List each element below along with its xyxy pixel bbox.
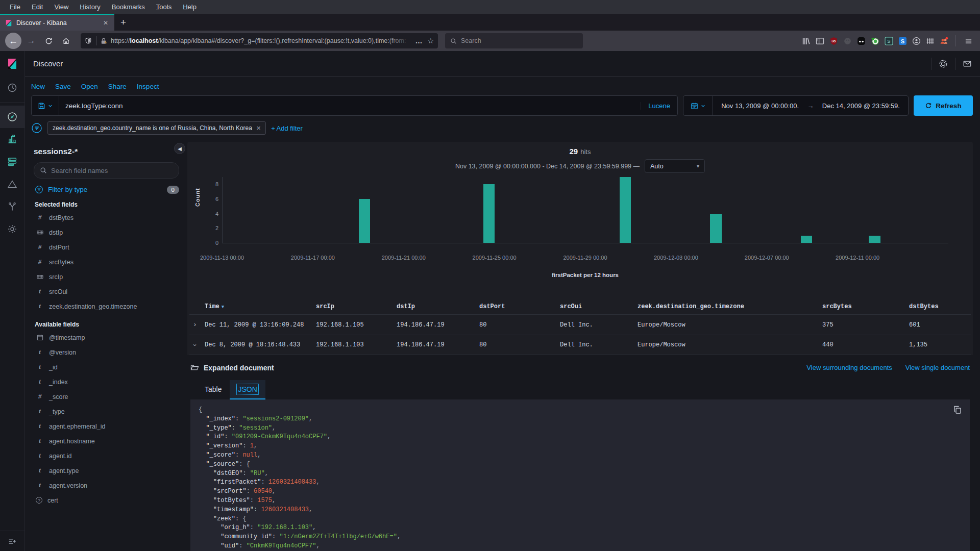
date-picker-menu-button[interactable] <box>683 96 713 115</box>
ublock-shield-icon[interactable]: UO <box>828 36 839 46</box>
expand-row-icon[interactable]: › <box>189 321 205 329</box>
column-header-dstIp[interactable]: dstIp <box>397 303 479 310</box>
field-item-agent.version[interactable]: tagent.version <box>34 478 179 493</box>
menu-tools[interactable]: Tools <box>152 2 176 12</box>
field-item-dstBytes[interactable]: #dstBytes <box>34 210 179 225</box>
mail-icon[interactable] <box>963 59 972 68</box>
filter-pill[interactable]: zeek.destination_geo.country_name is one… <box>47 121 266 135</box>
fence-icon[interactable] <box>925 36 935 46</box>
browser-tab[interactable]: Discover - Kibana ✕ <box>0 14 114 31</box>
histogram-bar[interactable] <box>620 177 631 243</box>
histogram-bar[interactable] <box>869 236 880 243</box>
field-item-_id[interactable]: t_id <box>34 360 179 374</box>
histogram-bar[interactable] <box>359 199 370 243</box>
field-item-dstPort[interactable]: #dstPort <box>34 240 179 255</box>
saved-query-menu-button[interactable] <box>32 96 59 115</box>
page-actions-icon[interactable]: … <box>415 37 422 45</box>
rail-item-discover[interactable] <box>0 106 25 128</box>
rail-item-dashboard[interactable] <box>0 151 25 173</box>
help-icon[interactable] <box>939 59 948 68</box>
column-header-srcOui[interactable]: srcOui <box>560 303 638 310</box>
nav-link-save[interactable]: Save <box>55 83 71 90</box>
field-item-agent.ephemeral_id[interactable]: tagent.ephemeral_id <box>34 419 179 434</box>
rail-item-management[interactable] <box>0 218 25 240</box>
refresh-button[interactable]: Refresh <box>914 95 973 116</box>
nav-link-new[interactable]: New <box>31 83 45 90</box>
column-header-Time[interactable]: Time▼ <box>205 303 316 310</box>
rail-item-visualize[interactable] <box>0 128 25 151</box>
bookmark-star-icon[interactable]: ☆ <box>427 37 434 45</box>
collapse-nav-icon[interactable] <box>0 531 25 551</box>
chevron-collapsed-icon[interactable]: › <box>193 321 197 329</box>
url-bar[interactable]: https://localhost/kibana/app/kibana#/dis… <box>81 33 438 48</box>
field-item-_index[interactable]: t_index <box>34 374 179 389</box>
insecure-lock-icon[interactable] <box>100 37 108 45</box>
container-dots-icon[interactable] <box>856 36 866 46</box>
expand-row-icon[interactable]: › <box>189 341 205 349</box>
field-item-agent.type[interactable]: tagent.type <box>34 463 179 478</box>
link-view-single-document[interactable]: View single document <box>905 364 970 371</box>
column-header-srcBytes[interactable]: srcBytes <box>822 303 909 310</box>
menu-view[interactable]: View <box>50 2 73 12</box>
menu-bookmarks[interactable]: Bookmarks <box>107 2 150 12</box>
home-button[interactable] <box>58 33 74 48</box>
field-item-srcOui[interactable]: tsrcOui <box>34 284 179 299</box>
field-item-_type[interactable]: t_type <box>34 404 179 419</box>
field-item-@version[interactable]: t@version <box>34 345 179 360</box>
menu-history[interactable]: History <box>75 2 105 12</box>
nav-link-share[interactable]: Share <box>108 83 127 90</box>
kibana-logo[interactable] <box>0 51 24 77</box>
column-header-zeek.destination_geo.timezone[interactable]: zeek.destination_geo.timezone <box>638 303 822 310</box>
blue-s-icon[interactable]: S <box>897 36 908 46</box>
filter-options-icon[interactable] <box>31 122 42 134</box>
date-from[interactable]: Nov 13, 2009 @ 00:00:00. <box>721 102 799 110</box>
disabled-extension-icon[interactable] <box>842 36 852 46</box>
date-to[interactable]: Dec 14, 2009 @ 23:59:59. <box>822 102 900 110</box>
account-person-icon[interactable] <box>911 36 921 46</box>
stylus-s-icon[interactable]: S <box>884 36 894 46</box>
new-tab-button[interactable]: + <box>114 14 132 31</box>
field-item-agent.id[interactable]: tagent.id <box>34 448 179 463</box>
filter-by-type[interactable]: Filter by type 0 <box>35 185 179 194</box>
table-row[interactable]: ›Dec 8, 2009 @ 18:16:48.433192.168.1.103… <box>189 335 971 355</box>
sidebar-icon[interactable] <box>815 36 825 46</box>
field-item-srcBytes[interactable]: #srcBytes <box>34 255 179 269</box>
tab-close-icon[interactable]: ✕ <box>101 18 110 28</box>
url-text[interactable]: https://localhost/kibana/app/kibana#/dis… <box>111 37 413 44</box>
add-filter-button[interactable]: + Add filter <box>271 124 303 132</box>
proxy-people-icon[interactable] <box>939 36 949 46</box>
rail-item-recently-viewed[interactable] <box>0 77 25 99</box>
field-item-dstIp[interactable]: dstIp <box>34 225 179 240</box>
field-search-input[interactable]: Search field names <box>34 162 179 179</box>
link-view-surrounding-documents[interactable]: View surrounding documents <box>806 364 892 371</box>
collapse-sidebar-button[interactable]: ◀ <box>174 143 185 154</box>
histogram-bar[interactable] <box>801 236 812 243</box>
back-button[interactable]: ← <box>5 33 21 49</box>
tab-json[interactable]: JSON <box>230 380 265 399</box>
tracking-shield-icon[interactable] <box>85 37 92 44</box>
field-item-@timestamp[interactable]: @timestamp <box>34 330 179 345</box>
index-pattern-title[interactable]: sessions2-* <box>34 147 179 156</box>
copy-icon[interactable] <box>953 406 962 416</box>
column-header-dstPort[interactable]: dstPort <box>479 303 560 310</box>
query-language-button[interactable]: Lucene <box>641 102 677 110</box>
reload-button[interactable] <box>41 33 56 48</box>
rail-item-canvas[interactable] <box>0 173 25 195</box>
nav-link-inspect[interactable]: Inspect <box>137 83 159 90</box>
field-item-cert[interactable]: ?cert <box>34 493 179 508</box>
nav-link-open[interactable]: Open <box>81 83 98 90</box>
menu-help[interactable]: Help <box>178 2 201 12</box>
library-icon[interactable] <box>801 36 811 46</box>
rail-item-dev-tools[interactable] <box>0 195 25 218</box>
chevron-expanded-icon[interactable]: › <box>191 343 199 347</box>
field-item-srcIp[interactable]: srcIp <box>34 269 179 284</box>
field-item-_score[interactable]: #_score <box>34 389 179 404</box>
histogram-bar[interactable] <box>483 184 495 243</box>
remove-filter-icon[interactable]: ✕ <box>256 125 261 132</box>
menu-file[interactable]: File <box>5 2 25 12</box>
green-star-icon[interactable] <box>870 36 880 46</box>
field-item-zeek.destination_geo.timezone[interactable]: tzeek.destination_geo.timezone <box>34 299 179 314</box>
query-input[interactable]: zeek.logType:conn <box>59 102 641 110</box>
histogram-bar[interactable] <box>710 214 721 243</box>
table-row[interactable]: ›Dec 11, 2009 @ 13:16:09.248192.168.1.10… <box>189 314 971 335</box>
